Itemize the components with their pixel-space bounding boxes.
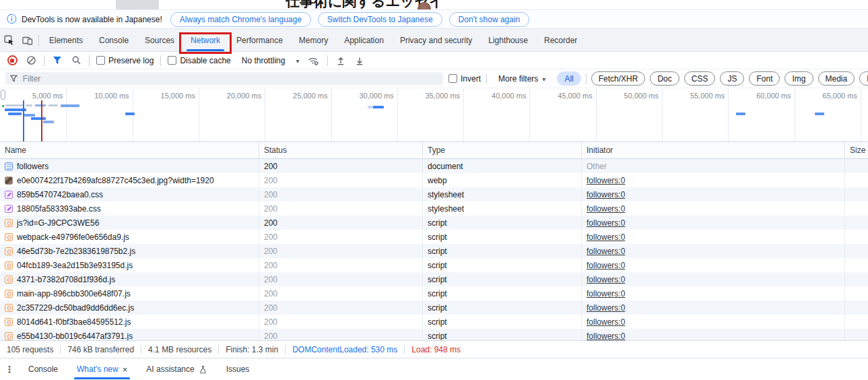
network-overview-timeline[interactable]: 5,000 ms10,000 ms15,000 ms20,000 ms25,00… (0, 88, 868, 142)
tab-network[interactable]: Network (182, 29, 228, 51)
drawer-tab-what-s-new[interactable]: What's new (75, 360, 129, 379)
cell-status: 200 (259, 258, 423, 272)
initiator-value[interactable]: followers:0 (587, 232, 625, 242)
record-network-log-button[interactable] (6, 55, 18, 67)
table-row[interactable]: 8014d641-f0bf3bae84595512.js200scriptfol… (0, 315, 868, 329)
tab-lighthouse[interactable]: Lighthouse (480, 29, 536, 51)
table-row[interactable]: 46e5d73b-7e2b2383619875b2.js200scriptfol… (0, 244, 868, 258)
initiator-value[interactable]: followers:0 (587, 261, 625, 270)
import-har-icon[interactable] (335, 55, 347, 67)
table-row[interactable]: 4371-b7382d708d1f936d.js200scriptfollowe… (0, 272, 868, 286)
timeline-activity-bar (815, 113, 824, 115)
column-header-type[interactable]: Type (423, 142, 582, 158)
kebab-menu-icon[interactable] (0, 360, 19, 379)
throttling-value: No throttling (242, 56, 286, 65)
table-row[interactable]: followers200documentOther (0, 159, 868, 173)
drawer-tab-console[interactable]: Console (27, 360, 59, 379)
column-header-status[interactable]: Status (259, 142, 423, 158)
cell-name: 859b5470742baea0.css (0, 187, 259, 201)
network-conditions-icon[interactable] (306, 55, 321, 67)
column-header-name[interactable]: Name (0, 142, 259, 158)
search-icon[interactable] (70, 55, 82, 67)
cell-type: script (423, 244, 582, 258)
more-filters-dropdown[interactable]: More filters (498, 74, 545, 84)
cell-type: script (423, 329, 582, 340)
cell-size (845, 300, 868, 315)
column-header-size[interactable]: Size (845, 142, 868, 158)
cell-initiator: followers:0 (582, 315, 845, 329)
initiator-value[interactable]: followers:0 (587, 247, 625, 256)
disable-cache-checkbox[interactable]: Disable cache (168, 56, 230, 65)
table-row[interactable]: 859b5470742baea0.css200stylesheetfollowe… (0, 187, 868, 201)
initiator-value[interactable]: followers:0 (587, 176, 625, 185)
script-icon (5, 276, 13, 284)
initiator-value[interactable]: followers:0 (587, 190, 625, 199)
table-row[interactable]: e55b4130-bb019c6447af3791.js200scriptfol… (0, 329, 868, 340)
tab-console[interactable]: Console (91, 29, 137, 51)
dont-show-again-button[interactable]: Don't show again (449, 12, 530, 27)
filter-toggle-icon[interactable] (51, 55, 63, 67)
filter-pill-all[interactable]: All (557, 71, 580, 86)
cell-status: 200 (259, 329, 423, 340)
match-language-button[interactable]: Always match Chrome's language (170, 12, 311, 27)
table-body: followers200documentOthere0e007422f17b42… (0, 159, 868, 340)
tab-elements[interactable]: Elements (41, 29, 91, 51)
filter-pill-css[interactable]: CSS (684, 71, 716, 86)
type-value: script (428, 317, 447, 327)
initiator-value[interactable]: followers:0 (587, 289, 625, 298)
clear-network-log-icon[interactable] (25, 55, 37, 67)
table-row[interactable]: 04fcb189-3ea2d15b3e93195d.js200scriptfol… (0, 258, 868, 272)
tab-label: Lighthouse (488, 36, 528, 45)
preserve-log-checkbox[interactable]: Preserve log (96, 56, 154, 65)
type-value: script (428, 331, 447, 341)
filter-input[interactable] (22, 73, 438, 84)
table-row[interactable]: 18805fa583393abe.css200stylesheetfollowe… (0, 201, 868, 216)
tab-performance[interactable]: Performance (228, 29, 291, 51)
initiator-value[interactable]: followers:0 (587, 275, 625, 284)
request-name: js?id=G-J9CPC3WE56 (17, 218, 99, 228)
export-har-icon[interactable] (354, 55, 366, 67)
checkbox[interactable] (96, 56, 105, 65)
close-icon[interactable] (123, 365, 128, 375)
filter-pill-img[interactable]: Img (784, 71, 813, 86)
divider (44, 55, 44, 66)
filter-pill-fetch-xhr[interactable]: Fetch/XHR (591, 71, 646, 86)
column-header-initiator[interactable]: Initiator (582, 142, 845, 158)
initiator-value[interactable]: followers:0 (587, 303, 625, 313)
table-row[interactable]: 2c357229-dc50bad9dd6dd6ec.js200scriptfol… (0, 300, 868, 315)
drawer-tab-ai-assistance[interactable]: AI assistance (145, 360, 208, 379)
tab-application[interactable]: Application (336, 29, 392, 51)
filter-pill-font[interactable]: Font (749, 71, 780, 86)
switch-japanese-button[interactable]: Switch DevTools to Japanese (318, 12, 442, 27)
device-toolbar-icon[interactable] (18, 29, 36, 51)
table-row[interactable]: js?id=G-J9CPC3WE56200scriptfollowers:0 (0, 216, 868, 230)
tab-memory[interactable]: Memory (291, 29, 336, 51)
drawer-tab-issues[interactable]: Issues (225, 360, 251, 379)
filter-pill-manifest[interactable]: Manifest (859, 71, 868, 86)
filter-pill-media[interactable]: Media (818, 71, 855, 86)
type-value: script (428, 247, 447, 256)
checkbox[interactable] (448, 74, 457, 83)
invert-checkbox[interactable]: Invert (448, 74, 481, 84)
cell-status: 200 (259, 286, 423, 300)
tab-sources[interactable]: Sources (137, 29, 182, 51)
tab-label: Sources (145, 36, 174, 45)
table-row[interactable]: webpack-e49796fe0e656da9.js200scriptfoll… (0, 230, 868, 244)
timeline-tick-label: 45,000 ms (529, 92, 592, 101)
initiator-value[interactable]: followers:0 (587, 317, 625, 327)
inspect-element-icon[interactable] (0, 29, 18, 51)
initiator-value[interactable]: followers:0 (587, 218, 625, 228)
type-value: script (428, 261, 447, 270)
filter-pill-js[interactable]: JS (720, 71, 744, 86)
tab-recorder[interactable]: Recorder (536, 29, 585, 51)
filter-pill-doc[interactable]: Doc (650, 71, 679, 86)
table-row[interactable]: e0e007422f17b4269afc88727c45c3ed.jpg?wid… (0, 173, 868, 187)
initiator-value[interactable]: followers:0 (587, 331, 625, 341)
initiator-value[interactable]: followers:0 (587, 204, 625, 214)
cell-name: 04fcb189-3ea2d15b3e93195d.js (0, 258, 259, 272)
table-row[interactable]: main-app-896cbb300e648f07.js200scriptfol… (0, 286, 868, 300)
throttling-select[interactable]: No throttling (242, 56, 300, 65)
checkbox[interactable] (168, 56, 176, 65)
filter-box[interactable] (5, 72, 443, 85)
tab-privacy-and-security[interactable]: Privacy and security (392, 29, 480, 51)
